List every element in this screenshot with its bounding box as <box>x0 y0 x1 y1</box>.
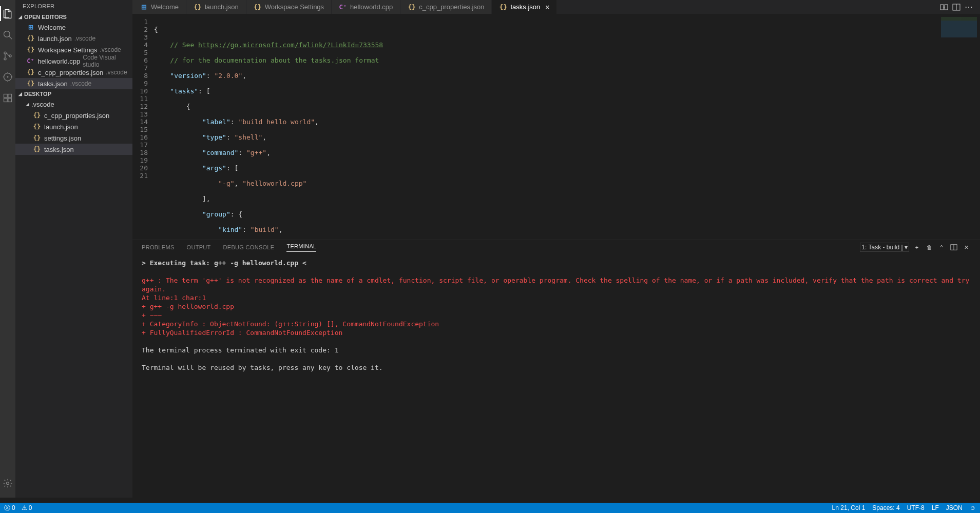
file-label: launch.json <box>38 35 72 43</box>
editor-tab[interactable]: {}Workspace Settings <box>246 0 332 14</box>
explorer-sidebar: EXPLORER ◢OPEN EDITORS ⊞Welcome{}launch.… <box>15 0 132 498</box>
editor-tab[interactable]: {}launch.json <box>186 0 246 14</box>
file-label: Welcome <box>38 24 66 31</box>
svg-point-6 <box>7 76 8 77</box>
json-icon: {} <box>27 80 35 88</box>
minimap[interactable] <box>934 14 980 240</box>
file-label: c_cpp_properties.json <box>44 112 109 120</box>
editor-tab[interactable]: {}tasks.json× <box>492 0 557 14</box>
status-lang[interactable]: JSON <box>946 504 963 511</box>
status-eol[interactable]: LF <box>932 504 939 511</box>
status-errors[interactable]: ⓧ0 <box>4 504 15 512</box>
tab-label: Welcome <box>151 3 179 11</box>
extensions-icon[interactable] <box>1 90 15 105</box>
panel-up-icon[interactable]: ^ <box>937 243 946 252</box>
json-icon: {} <box>408 3 416 11</box>
workspace-header[interactable]: ◢DESKTOP <box>15 89 132 98</box>
open-editor-item[interactable]: {}c_cpp_properties.json.vscode <box>15 67 132 78</box>
panel-split-icon[interactable] <box>949 243 958 252</box>
bottom-panel: PROBLEMS OUTPUT DEBUG CONSOLE TERMINAL 1… <box>132 240 980 503</box>
json-icon: {} <box>27 68 35 76</box>
open-editor-item[interactable]: {}tasks.json.vscode <box>15 78 132 89</box>
open-editor-item[interactable]: {}launch.json.vscode <box>15 33 132 44</box>
kill-terminal-icon[interactable]: 🗑 <box>925 243 934 252</box>
json-icon: {} <box>27 34 35 43</box>
chevron-down-icon: ◢ <box>26 102 29 107</box>
new-terminal-icon[interactable]: + <box>912 243 921 252</box>
compare-changes-icon[interactable] <box>938 1 950 13</box>
warning-icon: ⚠ <box>22 504 27 511</box>
file-path-suffix: .vscode <box>70 80 91 87</box>
activity-bar <box>0 0 15 498</box>
code-editor[interactable]: 123456789101112131415161718192021 { // S… <box>132 14 775 240</box>
file-tree-item[interactable]: {}c_cpp_properties.json <box>15 110 132 121</box>
json-icon: {} <box>33 145 41 153</box>
file-tree-item[interactable]: {}settings.json <box>15 132 132 144</box>
json-icon: {} <box>27 46 35 54</box>
svg-point-3 <box>4 57 6 60</box>
debug-icon[interactable] <box>1 69 15 84</box>
editor-tab[interactable]: ⊞Welcome <box>132 0 186 14</box>
svg-line-1 <box>9 36 12 39</box>
json-icon: {} <box>194 3 202 11</box>
panel-tab-terminal[interactable]: TERMINAL <box>286 243 316 252</box>
gear-icon[interactable] <box>1 476 15 490</box>
panel-close-icon[interactable]: ✕ <box>962 243 971 252</box>
status-encoding[interactable]: UTF-8 <box>907 504 925 511</box>
files-icon[interactable] <box>1 6 15 21</box>
search-icon[interactable] <box>1 27 15 42</box>
more-actions-icon[interactable]: ⋯ <box>963 1 975 13</box>
panel-tab-problems[interactable]: PROBLEMS <box>142 244 175 250</box>
cpp-icon: C⁺ <box>339 3 347 11</box>
chevron-down-icon: ◢ <box>18 14 22 19</box>
cpp-icon: C⁺ <box>27 57 34 65</box>
code-content: { // See https://go.microsoft.com/fwlink… <box>154 14 775 240</box>
open-editor-item[interactable]: ⊞Welcome <box>15 22 132 33</box>
file-label: c_cpp_properties.json <box>38 69 103 76</box>
chevron-down-icon: ◢ <box>18 91 22 96</box>
file-label: tasks.json <box>38 80 68 88</box>
panel-tab-debug-console[interactable]: DEBUG CONSOLE <box>223 244 275 250</box>
json-icon: {} <box>499 3 507 11</box>
open-editors-header[interactable]: ◢OPEN EDITORS <box>15 12 132 22</box>
file-label: launch.json <box>44 123 78 131</box>
tab-label: tasks.json <box>510 3 540 11</box>
split-editor-icon[interactable] <box>950 1 963 13</box>
editor-tab[interactable]: {}c_cpp_properties.json <box>400 0 492 14</box>
file-path-suffix: .vscode <box>106 69 127 76</box>
terminal-output[interactable]: > Executing task: g++ -g helloworld.cpp … <box>132 254 980 376</box>
close-icon[interactable]: × <box>545 3 549 11</box>
source-control-icon[interactable] <box>1 48 15 63</box>
file-tree-item[interactable]: {}launch.json <box>15 121 132 132</box>
status-warnings[interactable]: ⚠0 <box>22 504 32 511</box>
terminal-selector[interactable]: 1: Task - build | ▾ <box>860 243 909 252</box>
panel-tab-output[interactable]: OUTPUT <box>187 244 211 250</box>
file-label: Workspace Settings <box>38 46 97 54</box>
error-icon: ⓧ <box>4 504 10 512</box>
open-editor-item[interactable]: C⁺helloworld.cppCode Visual studio <box>15 55 132 67</box>
folder-vscode[interactable]: ◢.vscode <box>15 98 132 110</box>
file-path-suffix: Code Visual studio <box>83 54 131 68</box>
editor-tabs: ⊞Welcome{}launch.json{}Workspace Setting… <box>132 0 980 14</box>
tab-label: Workspace Settings <box>265 3 324 11</box>
file-path-suffix: .vscode <box>100 46 121 53</box>
editor-tab[interactable]: C⁺helloworld.cpp <box>332 0 400 14</box>
svg-point-0 <box>4 31 10 37</box>
svg-rect-14 <box>8 94 12 97</box>
status-line-col[interactable]: Ln 21, Col 1 <box>832 504 866 511</box>
json-icon: {} <box>33 123 41 131</box>
svg-rect-11 <box>4 94 8 97</box>
tab-label: c_cpp_properties.json <box>419 3 484 11</box>
svg-rect-17 <box>945 5 948 10</box>
panel-tabs: PROBLEMS OUTPUT DEBUG CONSOLE TERMINAL 1… <box>132 240 980 254</box>
status-spaces[interactable]: Spaces: 4 <box>872 504 899 511</box>
feedback-icon[interactable]: ☺ <box>970 504 976 511</box>
svg-rect-13 <box>8 98 12 102</box>
file-tree-item[interactable]: {}tasks.json <box>15 144 132 155</box>
svg-point-2 <box>4 52 6 54</box>
json-icon: {} <box>33 134 41 142</box>
tab-label: helloworld.cpp <box>350 3 393 11</box>
tab-label: launch.json <box>205 3 239 11</box>
svg-rect-12 <box>4 98 8 102</box>
file-path-suffix: .vscode <box>74 35 95 42</box>
